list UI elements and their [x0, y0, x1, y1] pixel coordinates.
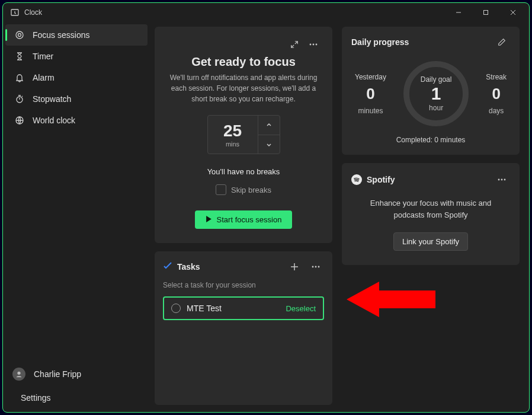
sidebar-item-focus-sessions[interactable]: Focus sessions [5, 24, 148, 46]
stat-value: 0 [366, 85, 374, 103]
svg-point-4 [18, 34, 21, 37]
tasks-icon [163, 261, 172, 273]
stat-label: Streak [486, 73, 507, 81]
user-name: Charlie Fripp [34, 369, 81, 379]
task-radio[interactable] [171, 304, 181, 313]
focus-icon [15, 30, 24, 40]
duration-value: 25 [223, 122, 242, 141]
close-button[interactable] [499, 3, 527, 22]
app-window: Clock Focus sessions Timer Alarm Stopwat… [2, 2, 530, 413]
app-title: Clock [24, 8, 42, 17]
svg-point-13 [315, 266, 317, 268]
svg-point-3 [16, 31, 23, 39]
svg-rect-2 [484, 11, 488, 15]
svg-point-12 [312, 266, 314, 268]
spotify-brand: Spotify [367, 175, 395, 184]
focus-subtitle: We'll turn off notifications and app ale… [165, 72, 322, 104]
sidebar-item-label: Stopwatch [33, 94, 71, 104]
expand-button[interactable] [286, 36, 303, 53]
start-focus-button[interactable]: Start focus session [195, 210, 293, 229]
duration-display[interactable]: 25 mins [208, 116, 258, 154]
start-button-label: Start focus session [217, 215, 282, 224]
goal-unit: hour [429, 104, 443, 112]
goal-label: Daily goal [421, 75, 452, 84]
tasks-title: Tasks [177, 262, 200, 272]
settings-label: Settings [21, 393, 51, 403]
duration-picker: 25 mins [207, 115, 280, 154]
sidebar-item-label: Focus sessions [33, 30, 89, 40]
minimize-button[interactable] [445, 3, 472, 22]
sidebar-item-label: Alarm [33, 73, 55, 82]
focus-title: Get ready to focus [165, 55, 322, 69]
sidebar: Focus sessions Timer Alarm Stopwatch Wor… [3, 22, 150, 412]
edit-progress-button[interactable] [493, 34, 510, 50]
tasks-subtitle: Select a task for your session [163, 281, 324, 289]
svg-point-11 [316, 44, 318, 46]
add-task-button[interactable] [286, 258, 303, 275]
clock-app-icon [10, 8, 20, 17]
tasks-more-button[interactable] [307, 258, 324, 275]
duration-down-button[interactable] [258, 135, 280, 154]
user-account-row[interactable]: Charlie Fripp [3, 362, 150, 386]
stat-unit: minutes [358, 107, 383, 115]
spotify-card: Spotify Enhance your focus with music an… [342, 163, 520, 265]
sidebar-item-timer[interactable]: Timer [5, 46, 148, 67]
stat-streak: Streak 0 days [486, 73, 507, 115]
skip-breaks-label: Skip breaks [231, 186, 271, 194]
task-name: MTE Test [187, 304, 280, 313]
stat-unit: days [489, 107, 504, 115]
maximize-button[interactable] [472, 3, 499, 22]
stat-label: Yesterday [355, 73, 386, 81]
spotify-subtitle: Enhance your focus with music and podcas… [351, 197, 510, 221]
task-item[interactable]: MTE Test Deselect [163, 296, 324, 320]
svg-point-7 [17, 372, 20, 375]
breaks-info: You'll have no breaks [165, 167, 322, 176]
svg-point-15 [498, 179, 500, 181]
hourglass-icon [15, 52, 24, 61]
sidebar-item-stopwatch[interactable]: Stopwatch [5, 88, 148, 110]
spotify-icon [351, 174, 362, 185]
stopwatch-icon [15, 94, 24, 104]
svg-point-10 [313, 44, 315, 46]
svg-point-14 [318, 266, 320, 268]
play-icon [206, 215, 212, 224]
sidebar-item-label: World clock [33, 116, 75, 125]
focus-session-card: Get ready to focus We'll turn off notifi… [155, 27, 332, 243]
deselect-button[interactable]: Deselect [286, 304, 316, 313]
spotify-more-button[interactable] [493, 171, 510, 188]
more-button[interactable] [305, 36, 322, 53]
stat-yesterday: Yesterday 0 minutes [355, 73, 386, 115]
bell-icon [15, 73, 24, 82]
tasks-card: Tasks Select a task for your session MTE… [155, 251, 332, 405]
progress-ring: Daily goal 1 hour [403, 61, 469, 126]
svg-point-17 [504, 179, 506, 181]
sidebar-item-alarm[interactable]: Alarm [5, 67, 148, 88]
sidebar-item-settings[interactable]: Settings [3, 386, 150, 410]
avatar-icon [12, 368, 25, 381]
stat-value: 0 [492, 85, 500, 103]
daily-progress-card: Daily progress Yesterday 0 minutes Daily… [342, 27, 520, 155]
svg-point-16 [501, 179, 503, 181]
duration-unit: mins [226, 141, 239, 148]
duration-up-button[interactable] [258, 116, 280, 135]
goal-value: 1 [431, 84, 441, 104]
titlebar: Clock [3, 3, 529, 22]
progress-title: Daily progress [351, 37, 409, 47]
skip-breaks-checkbox[interactable] [216, 184, 226, 195]
sidebar-item-label: Timer [33, 52, 53, 61]
globe-icon [15, 116, 24, 125]
link-spotify-button[interactable]: Link your Spotify [393, 232, 468, 251]
sidebar-item-world-clock[interactable]: World clock [5, 110, 148, 131]
svg-point-9 [310, 44, 312, 46]
completed-text: Completed: 0 minutes [351, 136, 510, 144]
